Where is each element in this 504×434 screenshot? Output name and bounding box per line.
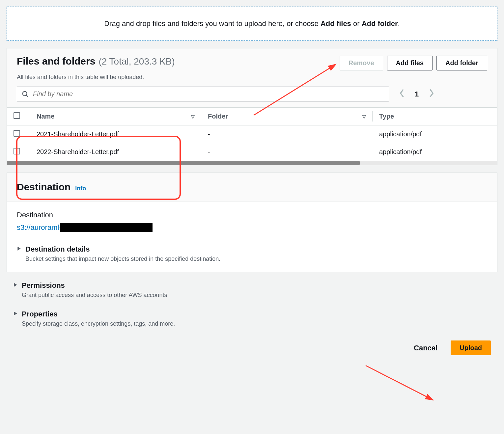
prev-page-icon[interactable] xyxy=(399,89,405,100)
cell-name: 2022-Shareholder-Letter.pdf xyxy=(30,143,201,161)
permissions-title: Permissions xyxy=(22,281,65,290)
table-row: 2022-Shareholder-Letter.pdf - applicatio… xyxy=(7,143,497,161)
page-number: 1 xyxy=(415,90,419,98)
cell-folder: - xyxy=(201,125,373,143)
svg-line-1 xyxy=(26,95,28,96)
dropzone-addfolder-text: Add folder xyxy=(362,19,398,28)
add-files-button[interactable]: Add files xyxy=(387,56,433,70)
dropzone-addfiles-text: Add files xyxy=(321,19,351,28)
add-folder-button[interactable]: Add folder xyxy=(436,56,487,70)
files-table-wrap: Name▽ Folder▽ Type 2021-Shareholder-Lett… xyxy=(7,107,497,165)
destination-label: Destination xyxy=(17,211,487,219)
destination-panel: Destination Info Destination s3://aurora… xyxy=(7,173,497,272)
remove-button[interactable]: Remove xyxy=(340,56,383,70)
dropzone-suffix: . xyxy=(398,19,400,28)
files-count: (2 Total, 203.3 KB) xyxy=(98,56,175,67)
info-link[interactable]: Info xyxy=(75,185,86,192)
files-table: Name▽ Folder▽ Type 2021-Shareholder-Lett… xyxy=(7,108,497,161)
footer: Cancel Upload xyxy=(7,331,497,362)
pagination: 1 xyxy=(399,89,434,100)
column-name[interactable]: Name xyxy=(37,113,54,120)
column-folder[interactable]: Folder xyxy=(208,113,228,120)
select-all-checkbox[interactable] xyxy=(14,112,20,119)
redacted-block xyxy=(60,223,153,232)
cell-type: application/pdf xyxy=(373,143,497,161)
files-title: Files and folders xyxy=(17,56,95,67)
cell-type: application/pdf xyxy=(373,125,497,143)
permissions-section: Permissions Grant public access and acce… xyxy=(7,279,497,302)
destination-details-desc: Bucket settings that impact new objects … xyxy=(25,256,487,262)
next-page-icon[interactable] xyxy=(429,89,434,100)
sort-icon[interactable]: ▽ xyxy=(362,114,366,119)
dropzone-or: or xyxy=(351,19,362,28)
annotation-arrow xyxy=(362,362,441,408)
cancel-button[interactable]: Cancel xyxy=(414,344,437,352)
dropzone-text-prefix: Drag and drop files and folders you want… xyxy=(104,19,321,28)
table-row: 2021-Shareholder-Letter.pdf - applicatio… xyxy=(7,125,497,143)
cell-folder: - xyxy=(201,143,373,161)
cell-name: 2021-Shareholder-Letter.pdf xyxy=(30,125,201,143)
horizontal-scrollbar[interactable] xyxy=(7,161,497,165)
upload-button[interactable]: Upload xyxy=(451,340,491,355)
upload-dropzone[interactable]: Drag and drop files and folders you want… xyxy=(7,7,497,41)
files-panel: Files and folders (2 Total, 203.3 KB) Re… xyxy=(7,48,497,165)
search-input[interactable] xyxy=(33,90,384,98)
sort-icon[interactable]: ▽ xyxy=(191,114,195,119)
destination-title: Destination xyxy=(17,181,70,193)
destination-link[interactable]: s3://auroraml- xyxy=(17,223,62,232)
caret-right-icon xyxy=(13,283,18,288)
caret-right-icon xyxy=(13,311,18,317)
properties-toggle[interactable]: Properties xyxy=(13,310,491,318)
properties-section: Properties Specify storage class, encryp… xyxy=(7,307,497,331)
svg-point-0 xyxy=(23,91,27,95)
permissions-toggle[interactable]: Permissions xyxy=(13,281,491,290)
row-checkbox[interactable] xyxy=(14,130,20,137)
destination-details-title: Destination details xyxy=(25,245,90,254)
search-box[interactable] xyxy=(17,87,389,101)
permissions-desc: Grant public access and access to other … xyxy=(22,292,491,299)
properties-desc: Specify storage class, encryption settin… xyxy=(22,320,491,327)
destination-details-toggle[interactable]: Destination details xyxy=(17,245,487,254)
caret-right-icon xyxy=(17,246,21,252)
properties-title: Properties xyxy=(22,310,58,318)
svg-marker-4 xyxy=(14,312,17,315)
svg-marker-3 xyxy=(14,283,17,287)
column-type[interactable]: Type xyxy=(379,113,394,120)
files-description: All files and folders in this table will… xyxy=(7,74,497,87)
svg-marker-2 xyxy=(17,247,20,251)
svg-line-8 xyxy=(366,366,433,400)
row-checkbox[interactable] xyxy=(14,148,20,154)
search-icon xyxy=(22,91,29,98)
